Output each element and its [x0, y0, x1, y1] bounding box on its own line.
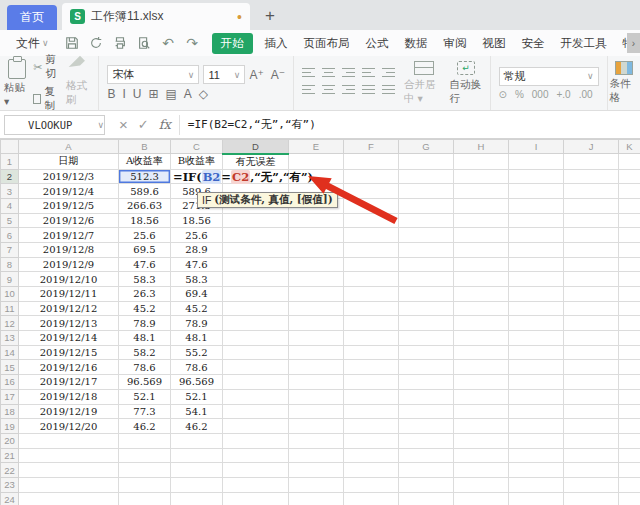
cell-i6[interactable]	[509, 228, 564, 243]
row-header-1[interactable]: 1	[1, 154, 19, 170]
cell-a19[interactable]: 2019/12/20	[19, 419, 119, 434]
cell-k3[interactable]	[619, 184, 640, 199]
cell-d19[interactable]	[223, 419, 289, 434]
cell-c23[interactable]	[171, 477, 223, 492]
row-header-5[interactable]: 5	[1, 213, 19, 228]
cell-i23[interactable]	[509, 477, 564, 492]
format-button[interactable]: ▤	[165, 87, 176, 101]
cell-d5[interactable]	[223, 213, 289, 228]
cell-i24[interactable]	[509, 492, 564, 505]
cell-a4[interactable]: 2019/12/5	[19, 198, 119, 213]
cell-a13[interactable]: 2019/12/14	[19, 331, 119, 346]
align-right-icon[interactable]	[342, 85, 355, 94]
cell-h17[interactable]	[454, 389, 509, 404]
cell-h14[interactable]	[454, 345, 509, 360]
cell-j12[interactable]	[564, 316, 619, 331]
cell-e7[interactable]	[289, 242, 344, 257]
conditional-format-button[interactable]: 条件格	[608, 56, 640, 110]
cell-k15[interactable]	[619, 360, 640, 375]
cell-j9[interactable]	[564, 272, 619, 287]
cell-i3[interactable]	[509, 184, 564, 199]
cell-g2[interactable]	[399, 169, 454, 184]
cell-d11[interactable]	[223, 301, 289, 316]
cell-c24[interactable]	[171, 492, 223, 505]
paste-button[interactable]: 粘贴 ▾	[4, 56, 30, 110]
row-header-11[interactable]: 11	[1, 301, 19, 316]
cell-g18[interactable]	[399, 404, 454, 419]
cell-d20[interactable]	[223, 433, 289, 448]
cell-a12[interactable]: 2019/12/13	[19, 316, 119, 331]
font-shrink-button[interactable]: A⁻	[271, 68, 285, 82]
row-header-3[interactable]: 3	[1, 184, 19, 199]
undo-icon[interactable]: ↶	[161, 36, 176, 51]
cell-g10[interactable]	[399, 287, 454, 302]
cell-g14[interactable]	[399, 345, 454, 360]
cell-f17[interactable]	[344, 389, 399, 404]
cell-b9[interactable]: 58.3	[119, 272, 171, 287]
justify-icon[interactable]	[362, 85, 375, 94]
number-format-button[interactable]: +.0	[557, 89, 571, 100]
cell-c11[interactable]: 45.2	[171, 301, 223, 316]
cell-c16[interactable]: 96.569	[171, 375, 223, 390]
cell-e16[interactable]	[289, 375, 344, 390]
cell-h2[interactable]	[454, 169, 509, 184]
cell-g17[interactable]	[399, 389, 454, 404]
print-icon[interactable]	[113, 36, 128, 51]
cell-k16[interactable]	[619, 375, 640, 390]
name-box[interactable]: VLOOKUP ∨	[4, 115, 105, 135]
cell-a24[interactable]	[19, 492, 119, 505]
cell-d16[interactable]	[223, 375, 289, 390]
row-header-19[interactable]: 19	[1, 419, 19, 434]
row-header-17[interactable]: 17	[1, 389, 19, 404]
copy-button[interactable]: 复制	[33, 85, 63, 113]
cell-k2[interactable]	[619, 169, 640, 184]
cell-j21[interactable]	[564, 448, 619, 463]
new-tab-button[interactable]: +	[258, 4, 282, 28]
cell-k7[interactable]	[619, 242, 640, 257]
row-header-6[interactable]: 6	[1, 228, 19, 243]
cell-g21[interactable]	[399, 448, 454, 463]
cell-h6[interactable]	[454, 228, 509, 243]
cell-b22[interactable]	[119, 463, 171, 478]
ribbon-tab[interactable]: 开始	[212, 33, 253, 54]
format-button[interactable]: A	[184, 87, 192, 101]
ribbon-tab[interactable]: 视图	[479, 34, 510, 53]
cell-i4[interactable]	[509, 198, 564, 213]
cell-i18[interactable]	[509, 404, 564, 419]
cell-i5[interactable]	[509, 213, 564, 228]
ribbon-tab[interactable]: 开发工具	[557, 34, 611, 53]
cell-j4[interactable]	[564, 198, 619, 213]
cell-f22[interactable]	[344, 463, 399, 478]
cell-h3[interactable]	[454, 184, 509, 199]
row-header-16[interactable]: 16	[1, 375, 19, 390]
row-header-8[interactable]: 8	[1, 257, 19, 272]
cell-i8[interactable]	[509, 257, 564, 272]
cell-i7[interactable]	[509, 242, 564, 257]
cell-j20[interactable]	[564, 433, 619, 448]
cell-k10[interactable]	[619, 287, 640, 302]
merge-center-button[interactable]: 合并居中 ▾	[401, 56, 446, 110]
cell-c10[interactable]: 69.4	[171, 287, 223, 302]
row-header-21[interactable]: 21	[1, 448, 19, 463]
cell-a17[interactable]: 2019/12/18	[19, 389, 119, 404]
cell-b1[interactable]: A收益率	[119, 154, 171, 170]
cell-g1[interactable]	[399, 154, 454, 170]
cell-k9[interactable]	[619, 272, 640, 287]
ribbon-tab[interactable]: 数据	[401, 34, 432, 53]
cell-h24[interactable]	[454, 492, 509, 505]
increase-indent-icon[interactable]	[382, 68, 395, 77]
home-tab[interactable]: 首页	[7, 5, 57, 30]
cell-c17[interactable]: 52.1	[171, 389, 223, 404]
cell-f11[interactable]	[344, 301, 399, 316]
cell-g16[interactable]	[399, 375, 454, 390]
cell-e14[interactable]	[289, 345, 344, 360]
cell-c20[interactable]	[171, 433, 223, 448]
cell-a16[interactable]: 2019/12/17	[19, 375, 119, 390]
cell-f4[interactable]	[344, 198, 399, 213]
cell-h1[interactable]	[454, 154, 509, 170]
cell-f15[interactable]	[344, 360, 399, 375]
cell-j5[interactable]	[564, 213, 619, 228]
cell-b10[interactable]: 26.3	[119, 287, 171, 302]
cell-f5[interactable]	[344, 213, 399, 228]
cell-k23[interactable]	[619, 477, 640, 492]
